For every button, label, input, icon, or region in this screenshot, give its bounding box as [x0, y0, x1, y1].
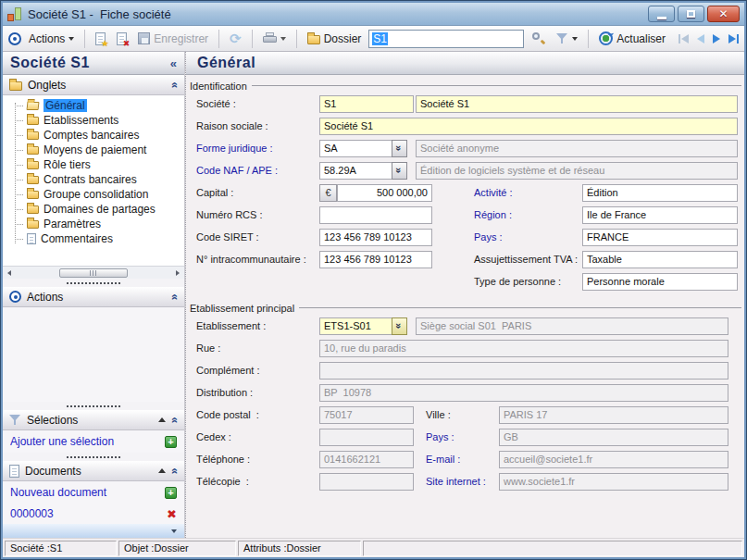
status-attributs: Attributs :Dossier — [238, 541, 361, 556]
save-label: Enregistrer — [154, 32, 208, 45]
selections-panel-header[interactable]: Sélections » — [3, 410, 184, 430]
collapse-sidebar-icon[interactable]: « — [170, 56, 177, 70]
document-item-link[interactable]: 0000003 — [10, 507, 167, 520]
sidebar-item-contrats-bancaires[interactable]: Contrats bancaires — [3, 172, 184, 187]
new-document-icon: ★ — [95, 32, 106, 45]
activite-field[interactable]: Édition — [582, 184, 738, 202]
collapse-panel-icon[interactable]: » — [168, 293, 181, 300]
distribution-field: BP 10978 — [319, 384, 728, 402]
currency-euro-button[interactable]: € — [319, 184, 337, 202]
combo-dropdown-button[interactable]: » — [392, 140, 407, 157]
toolbar-separator — [252, 30, 253, 48]
filter-button[interactable] — [553, 31, 581, 46]
add-document-plus-icon[interactable]: + — [165, 487, 177, 499]
new-document-link[interactable]: Nouveau document — [10, 486, 165, 499]
previous-record-button[interactable] — [697, 34, 704, 44]
add-selection-plus-icon[interactable]: + — [165, 436, 177, 448]
collapse-panel-icon[interactable]: » — [168, 81, 181, 88]
search-button[interactable] — [528, 30, 549, 47]
overflow-dropdown-icon[interactable] — [171, 529, 177, 533]
documents-panel-header[interactable]: Documents » — [3, 461, 184, 481]
pays-field[interactable]: FRANCE — [582, 229, 738, 246]
combo-dropdown-button[interactable]: » — [392, 317, 407, 335]
actions-menu-button[interactable]: Actions — [25, 31, 78, 47]
next-record-button[interactable] — [713, 34, 720, 44]
code-naf-combo[interactable]: 58.29A » — [319, 162, 407, 180]
code-siret-field[interactable]: 123 456 789 10123 — [319, 229, 432, 246]
refresh-button[interactable]: ⟳ — [226, 31, 245, 47]
maximize-button[interactable] — [678, 6, 704, 22]
refresh-icon: ⟳ — [230, 32, 242, 45]
tree-item-label: Contrats bancaires — [44, 173, 137, 186]
last-record-button[interactable] — [728, 34, 739, 44]
numero-rcs-field[interactable] — [319, 206, 432, 224]
first-record-button[interactable] — [679, 34, 689, 44]
intracommunautaire-field[interactable]: 123 456 789 10123 — [319, 251, 432, 268]
identification-legend: Identification — [190, 81, 247, 92]
code-naf-value[interactable]: 58.29A — [319, 162, 392, 180]
etablissement-legend-row: Etablissement principal — [190, 301, 741, 315]
record-navigation — [679, 34, 739, 44]
panel-splitter[interactable] — [3, 453, 184, 461]
tree-item-label: Etablissements — [44, 114, 118, 127]
sidebar-item-role-tiers[interactable]: Rôle tiers — [3, 157, 184, 172]
complement-field — [319, 362, 728, 380]
distribution-row: Distribution : BP 10978 — [196, 381, 741, 404]
forme-juridique-combo[interactable]: SA » — [319, 140, 407, 157]
etablissement-value[interactable]: ETS1-S01 — [319, 317, 392, 335]
cedex-pays-row: Cedex : Pays : GB — [196, 426, 741, 448]
delete-record-button[interactable]: ✖ — [113, 31, 131, 47]
scroll-up-icon[interactable] — [158, 417, 166, 422]
panel-splitter[interactable] — [3, 279, 184, 287]
scrollbar-track[interactable] — [16, 268, 171, 278]
main-content: Identification Société : S1 Société S1 R… — [186, 75, 744, 538]
sidebar-item-etablissements[interactable]: Etablissements — [3, 113, 184, 128]
actions-panel-header[interactable]: Actions » — [3, 287, 184, 307]
dossier-label: Dossier — [324, 32, 362, 45]
capital-field[interactable]: 500 000,00 — [337, 184, 432, 202]
scrollbar-thumb[interactable] — [59, 268, 128, 278]
type-personne-field[interactable]: Personne morale — [582, 273, 738, 291]
search-input[interactable]: S1 — [368, 30, 524, 48]
region-field[interactable]: Ile de France — [582, 206, 738, 224]
sidebar-item-general[interactable]: Général — [3, 98, 184, 113]
scroll-up-icon[interactable] — [158, 468, 166, 473]
assujettissement-tva-field[interactable]: Taxable — [582, 251, 738, 268]
delete-document-icon: ✖ — [117, 32, 127, 45]
sidebar-item-parametres[interactable]: Paramètres — [3, 217, 184, 231]
print-button[interactable] — [259, 31, 290, 46]
new-record-button[interactable]: ★ — [92, 31, 109, 47]
collapse-panel-icon[interactable]: » — [168, 417, 181, 423]
societe-name-field[interactable]: Société S1 — [416, 95, 738, 113]
close-button[interactable]: ✕ — [707, 6, 740, 22]
folder-icon — [27, 176, 39, 184]
combo-dropdown-button[interactable]: » — [392, 162, 407, 180]
new-document-row: Nouveau document + — [3, 481, 184, 504]
tree-horizontal-scrollbar[interactable] — [3, 266, 184, 279]
collapse-panel-icon[interactable]: » — [168, 467, 181, 474]
sidebar-item-moyens-de-paiement[interactable]: Moyens de paiement — [3, 143, 184, 157]
forme-juridique-value[interactable]: SA — [319, 140, 392, 157]
etablissement-combo[interactable]: ETS1-S01 » — [319, 317, 407, 335]
telecopie-site-row: Télécopie : Site internet : www.societe1… — [196, 470, 741, 492]
dossier-button[interactable]: Dossier — [304, 31, 366, 47]
open-folder-icon — [27, 102, 40, 110]
save-button[interactable]: Enregistrer — [134, 31, 212, 47]
add-selection-link[interactable]: Ajouter une sélection — [10, 435, 165, 448]
onglets-panel-header[interactable]: Onglets » — [3, 75, 184, 95]
actualiser-button[interactable]: Actualiser — [595, 30, 669, 47]
societe-code-field[interactable]: S1 — [319, 95, 414, 113]
etablissement-row: Etablissement : ETS1-S01 » Siège social … — [196, 315, 741, 337]
sidebar-item-domaines-de-partages[interactable]: Domaines de partages — [3, 202, 184, 217]
toolbar-separator — [84, 30, 85, 48]
actions-panel-body — [3, 307, 184, 402]
raison-sociale-field[interactable]: Société S1 — [319, 118, 738, 135]
minimize-button[interactable] — [648, 6, 675, 22]
sidebar-item-groupe-consolidation[interactable]: Groupe consolidation — [3, 187, 184, 202]
sidebar-item-comptes-bancaires[interactable]: Comptes bancaires — [3, 128, 184, 143]
panel-splitter[interactable] — [3, 402, 184, 410]
sidebar-item-commentaires[interactable]: Commentaires — [3, 231, 184, 246]
scroll-right-arrow[interactable] — [173, 268, 182, 278]
scroll-left-arrow[interactable] — [5, 268, 14, 278]
delete-document-icon[interactable]: ✖ — [167, 508, 177, 520]
